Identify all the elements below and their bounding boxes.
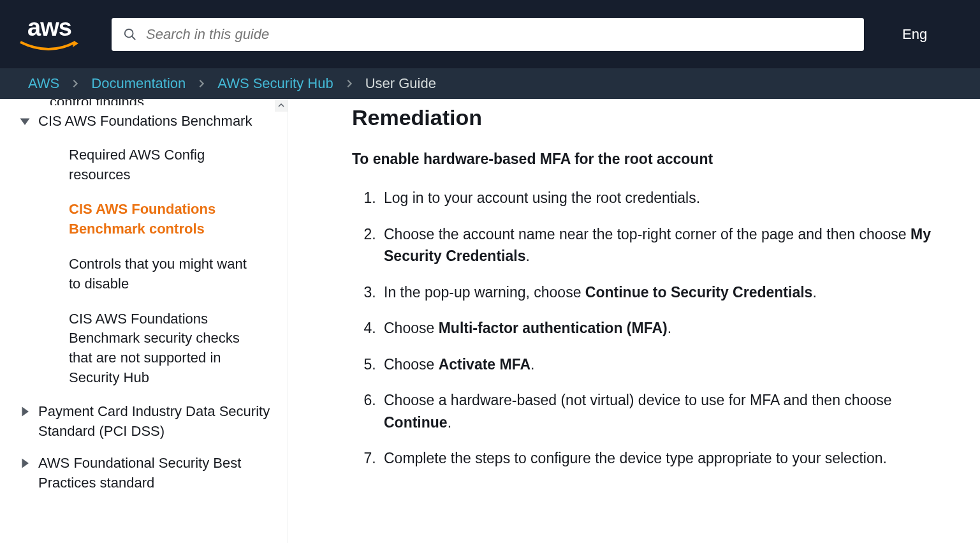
aws-smile-icon: [19, 40, 80, 54]
header: aws Eng: [0, 0, 980, 68]
breadcrumb-aws[interactable]: AWS: [28, 75, 59, 92]
step-item: In the pop-up warning, choose Continue t…: [380, 281, 942, 304]
chevron-right-icon: [197, 79, 206, 88]
svg-point-0: [125, 29, 133, 37]
step-item: Choose a hardware-based (not virtual) de…: [380, 389, 942, 433]
sidebar-item-unsupported-checks[interactable]: CIS AWS Foundations Benchmark security c…: [57, 302, 275, 396]
chevron-up-icon: [278, 103, 284, 108]
sidebar-item-label: Payment Card Industry Data Security Stan…: [38, 402, 275, 442]
sidebar-item-required-config[interactable]: Required AWS Config resources: [57, 138, 275, 193]
sidebar-item-foundational-security[interactable]: AWS Foundational Security Best Practices…: [19, 447, 275, 500]
breadcrumb: AWS Documentation AWS Security Hub User …: [0, 68, 980, 99]
sidebar-item-pci-dss[interactable]: Payment Card Industry Data Security Stan…: [19, 396, 275, 448]
breadcrumb-current: User Guide: [365, 75, 436, 92]
sidebar-item-cis-benchmark[interactable]: CIS AWS Foundations Benchmark: [19, 105, 275, 138]
search-container: [112, 18, 864, 51]
search-input[interactable]: [112, 18, 864, 51]
sidebar-item-controls-disable[interactable]: Controls that you might want to disable: [57, 247, 275, 302]
step-item: Choose the account name near the top-rig…: [380, 223, 942, 267]
sidebar[interactable]: control findings CIS AWS Foundations Ben…: [0, 99, 288, 543]
sidebar-submenu: Required AWS Config resources CIS AWS Fo…: [19, 138, 275, 396]
sidebar-item-label: AWS Foundational Security Best Practices…: [38, 454, 275, 493]
sidebar-cutoff-item[interactable]: control findings: [19, 99, 275, 105]
aws-logo-text: aws: [27, 15, 71, 40]
step-item: Log in to your account using the root cr…: [380, 187, 942, 209]
steps-list: Log in to your account using the root cr…: [352, 187, 942, 470]
search-icon: [123, 27, 137, 41]
chevron-right-icon: [345, 79, 354, 88]
sidebar-item-cis-controls[interactable]: CIS AWS Foundations Benchmark controls: [57, 192, 275, 247]
language-selector[interactable]: Eng: [902, 26, 927, 43]
main-content: Remediation To enable hardware-based MFA…: [288, 99, 980, 543]
sidebar-item-label: CIS AWS Foundations Benchmark: [38, 112, 252, 131]
content-subtitle: To enable hardware-based MFA for the roo…: [352, 151, 942, 168]
caret-right-icon: [19, 457, 31, 469]
content-heading: Remediation: [352, 105, 942, 130]
aws-logo[interactable]: aws: [19, 15, 80, 54]
caret-down-icon: [19, 115, 31, 127]
caret-right-icon: [19, 406, 31, 417]
breadcrumb-security-hub[interactable]: AWS Security Hub: [217, 75, 333, 92]
step-item: Complete the steps to configure the devi…: [380, 447, 942, 470]
breadcrumb-documentation[interactable]: Documentation: [91, 75, 186, 92]
scroll-up-button[interactable]: [275, 99, 288, 112]
step-item: Choose Activate MFA.: [380, 353, 942, 376]
svg-line-1: [132, 36, 136, 40]
step-item: Choose Multi-factor authentication (MFA)…: [380, 317, 942, 339]
chevron-right-icon: [71, 79, 80, 88]
